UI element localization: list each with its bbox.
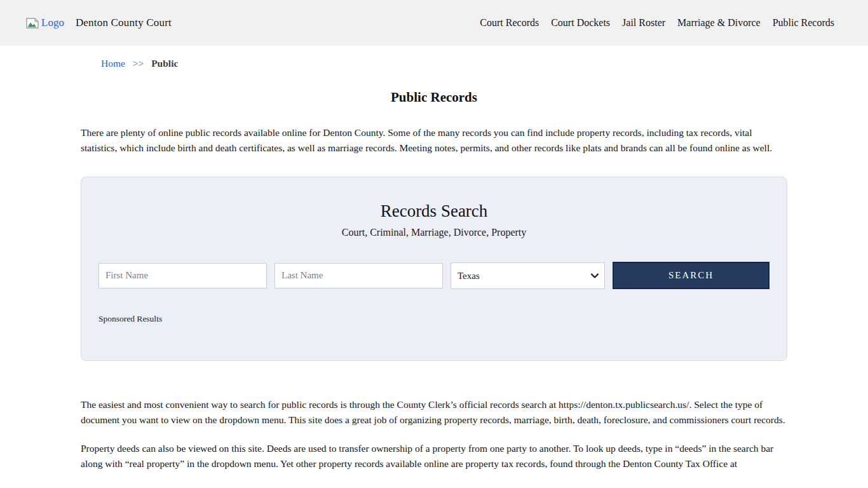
site-title: Denton County Court (76, 17, 172, 29)
nav-jail-roster[interactable]: Jail Roster (622, 17, 665, 29)
nav-court-dockets[interactable]: Court Dockets (551, 17, 610, 29)
property-deeds-paragraph: Property deeds can also be viewed on thi… (81, 441, 787, 471)
main-nav: Court Records Court Dockets Jail Roster … (480, 17, 834, 29)
site-header: Logo Denton County Court Court Records C… (0, 0, 868, 46)
nav-court-records[interactable]: Court Records (480, 17, 539, 29)
records-search-title: Records Search (98, 177, 770, 221)
site-logo-link[interactable]: Logo (25, 17, 64, 29)
search-form-row: Texas SEARCH (98, 262, 770, 289)
state-select-wrap: Texas (451, 262, 605, 289)
state-select[interactable]: Texas (451, 262, 605, 289)
logo-alt-text: Logo (41, 17, 64, 29)
breadcrumb: Home >> Public (101, 58, 787, 69)
breadcrumb-current: Public (151, 58, 178, 69)
intro-paragraph: There are plenty of online public record… (81, 125, 787, 156)
first-name-input[interactable] (98, 263, 267, 288)
sponsored-results-label: Sponsored Results (98, 314, 770, 324)
last-name-input[interactable] (275, 263, 443, 288)
broken-image-glyph (25, 17, 39, 29)
page-title: Public Records (81, 90, 787, 105)
nav-marriage-divorce[interactable]: Marriage & Divorce (677, 17, 761, 29)
breadcrumb-separator: >> (133, 58, 144, 69)
broken-image-icon: Logo (25, 17, 64, 29)
nav-public-records[interactable]: Public Records (773, 17, 834, 29)
records-search-panel: Records Search Court, Criminal, Marriage… (81, 177, 787, 361)
records-search-subtitle: Court, Criminal, Marriage, Divorce, Prop… (98, 227, 770, 238)
clerk-search-paragraph: The easiest and most convenient way to s… (81, 397, 787, 428)
main-content: Home >> Public Public Records There are … (81, 58, 787, 471)
breadcrumb-home-link[interactable]: Home (101, 58, 125, 69)
search-button[interactable]: SEARCH (613, 262, 770, 289)
